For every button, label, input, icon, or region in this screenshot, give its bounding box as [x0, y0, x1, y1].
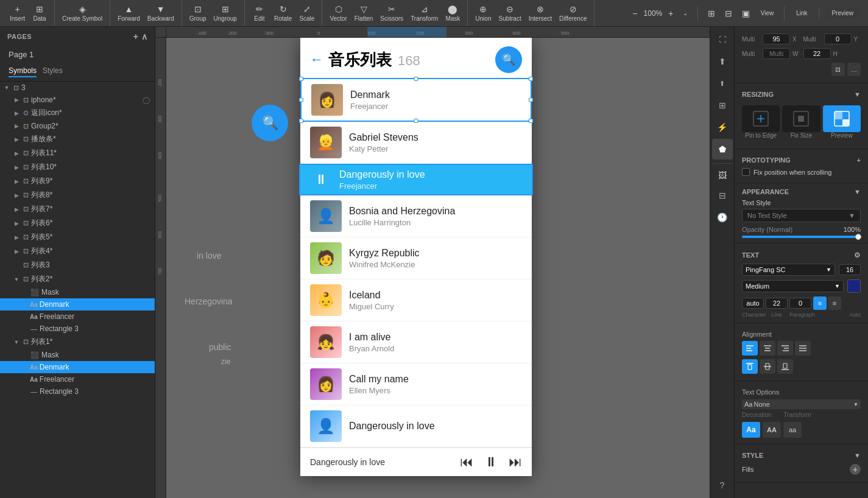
expand-list4-icon[interactable]: ▶ [12, 247, 21, 256]
flatten-button[interactable]: ▽ Flatten [351, 3, 377, 23]
layer-mask-list2[interactable]: ▶ ⬛ Mask [0, 286, 155, 298]
styles-nav[interactable]: Styles [43, 66, 63, 77]
music-item-playing[interactable]: ⏸ Dangerously in love Freejancer [300, 164, 532, 195]
add-page-button[interactable]: + [133, 32, 139, 41]
w-input[interactable] [763, 48, 790, 59]
scale-button[interactable]: ⤢ Scale [295, 3, 318, 23]
layer-denmark-text[interactable]: ▶ Aa Denmark [0, 298, 155, 310]
layer-list6[interactable]: ▶ ⊡ 列表6* [0, 216, 155, 230]
layer-list7[interactable]: ▶ ⊡ 列表7* [0, 202, 155, 216]
appearance-header[interactable]: APPEARANCE ▼ [742, 188, 861, 199]
collapse-pages-button[interactable]: ∧ [141, 32, 148, 41]
layer-mask-list1[interactable]: ▶ ⬛ Mask [0, 349, 155, 361]
image-button[interactable]: 🖼 [712, 163, 733, 184]
layer-rect3[interactable]: ▶ — Rectangle 3 [0, 323, 155, 335]
play-pause-button[interactable]: ⏸ [484, 454, 498, 470]
preview-button[interactable]: Preview [825, 7, 859, 19]
no-text-style-dropdown[interactable]: No Text Style ▼ [742, 209, 861, 222]
prototyping-header[interactable]: PROTOTYPING + [735, 154, 868, 166]
style-header[interactable]: STYLE ▼ [735, 449, 868, 461]
layer-freelancer-text2[interactable]: ▶ Aa Freelancer [0, 373, 155, 385]
more-options-button[interactable]: … [847, 63, 861, 76]
layer-list2[interactable]: ▼ ⊡ 列表2* [0, 272, 155, 286]
expand-bofang-icon[interactable]: ▶ [12, 135, 21, 144]
view-rulers-button[interactable]: ▣ [738, 6, 753, 21]
music-item-denmark[interactable]: 👩 Denmark Freejancer [300, 78, 532, 122]
export-button[interactable]: ⬆ [712, 51, 733, 72]
expand-list10-icon[interactable]: ▶ [12, 163, 21, 172]
difference-button[interactable]: ⊘ Difference [556, 3, 590, 23]
music-item-kyrgyz[interactable]: 🧑 Kyrgyz Republic Winifred McKenzie [300, 237, 532, 279]
fit-page-button[interactable]: ⛶ [712, 29, 733, 50]
rotate-button[interactable]: ↻ Rotate [270, 3, 295, 23]
music-item-gabriel[interactable]: 👱 Gabriel Stevens Katy Petter [300, 122, 532, 164]
visibility-icon[interactable]: ◯ [143, 96, 150, 104]
canvas-area[interactable]: -100 -200 -300 0 100 200 300 400 500 200… [155, 27, 710, 498]
share-button[interactable]: ⬆ [712, 73, 733, 94]
resize-button[interactable]: ⊞ [712, 95, 733, 116]
forward-button[interactable]: ▲ Forward [114, 3, 144, 23]
expand-list11-icon[interactable]: ▶ [12, 149, 21, 158]
h-input[interactable] [803, 48, 831, 59]
ungroup-button[interactable]: ⊞ Ungroup [210, 3, 241, 23]
union-button[interactable]: ⊕ Union [471, 3, 495, 23]
edit-button[interactable]: ✏ Edit [249, 3, 270, 23]
font-size-input[interactable] [839, 264, 861, 275]
link-button[interactable]: Link [791, 9, 813, 18]
history-button[interactable]: 🕐 [712, 207, 733, 228]
lightning-button[interactable]: ⚡ [712, 117, 733, 138]
expand-fanhui-icon[interactable]: ▶ [12, 109, 21, 117]
mask-button[interactable]: ⬤ Mask [442, 3, 464, 23]
opacity-slider[interactable] [742, 236, 861, 238]
lock-ratio-button[interactable]: ⛝ [831, 63, 845, 76]
line-input[interactable] [766, 298, 788, 309]
zoom-dropdown-button[interactable]: ⌄ [679, 7, 691, 19]
layer-fanhui[interactable]: ▶ ⊙ 返回icon* [0, 106, 155, 120]
x-input[interactable] [763, 33, 790, 44]
data-button[interactable]: ⊞ Data [29, 3, 51, 23]
layer-iphone[interactable]: ▶ ⊡ iphone* ◯ [0, 94, 155, 106]
properties-button[interactable]: ⬟ [712, 139, 733, 160]
music-item-iceland[interactable]: 👶 Iceland Miguel Curry [300, 279, 532, 321]
layer-bofang[interactable]: ▶ ⊡ 播放条* [0, 132, 155, 146]
preview-resize-button[interactable] [823, 105, 861, 132]
expand-3-icon[interactable]: ▼ [2, 83, 11, 92]
intersect-button[interactable]: ⊗ Intersect [525, 3, 556, 23]
spacing-type2-button[interactable]: ≡ [828, 296, 841, 310]
expand-iphone-icon[interactable]: ▶ [12, 96, 21, 104]
para-input[interactable] [789, 298, 811, 309]
expand-list8-icon[interactable]: ▶ [12, 191, 21, 200]
view-button[interactable]: View [756, 9, 778, 18]
fix-size-button[interactable] [782, 105, 820, 132]
align-justify-button[interactable] [795, 341, 811, 356]
font-weight-dropdown[interactable]: Medium ▼ [742, 280, 844, 292]
music-item-callme[interactable]: 👩 Call my name Ellen Myers [300, 363, 532, 405]
add-fill-button[interactable]: + [850, 464, 861, 475]
align-left-button[interactable] [742, 341, 758, 356]
valign-middle-button[interactable] [760, 359, 775, 374]
layer-freelancer-text[interactable]: ▶ Aa Freelancer [0, 310, 155, 323]
fix-scroll-checkbox[interactable] [742, 168, 750, 176]
layer-list3[interactable]: ▶ ⊡ 列表3 [0, 258, 155, 272]
layer-list8[interactable]: ▶ ⊡ 列表8* [0, 188, 155, 202]
expand-list7-icon[interactable]: ▶ [12, 205, 21, 214]
zoom-out-button[interactable]: − [629, 6, 641, 21]
symbols-nav[interactable]: Symbols [9, 66, 37, 77]
grid-view-button[interactable]: ⊟ [712, 185, 733, 206]
music-item-bosnia[interactable]: 👤 Bosnia and Herzegovina Lucille Harring… [300, 195, 532, 237]
vector-button[interactable]: ⬡ Vector [326, 3, 350, 23]
expand-list9-icon[interactable]: ▶ [12, 177, 21, 186]
layer-3[interactable]: ▼ ⊡ 3 [0, 82, 155, 94]
search-bubble-left[interactable]: 🔍 [252, 105, 288, 141]
transform-aa-button[interactable]: Aa [742, 422, 760, 438]
insert-button[interactable]: + Insert [6, 3, 29, 23]
transform-button[interactable]: ⊿ Transform [407, 3, 442, 23]
expand-group2-icon[interactable]: ▶ [12, 122, 21, 130]
valign-bottom-button[interactable] [777, 359, 793, 374]
resizing-header[interactable]: RESIZING ▼ [735, 88, 868, 100]
create-symbol-button[interactable]: ◈ Create Symbol [58, 3, 106, 23]
subtract-button[interactable]: ⊖ Subtract [495, 3, 524, 23]
back-button[interactable]: ← [310, 52, 323, 68]
layer-denmark-text2[interactable]: ▶ Aa Denmark [0, 361, 155, 373]
layer-list5[interactable]: ▶ ⊡ 列表5* [0, 230, 155, 244]
